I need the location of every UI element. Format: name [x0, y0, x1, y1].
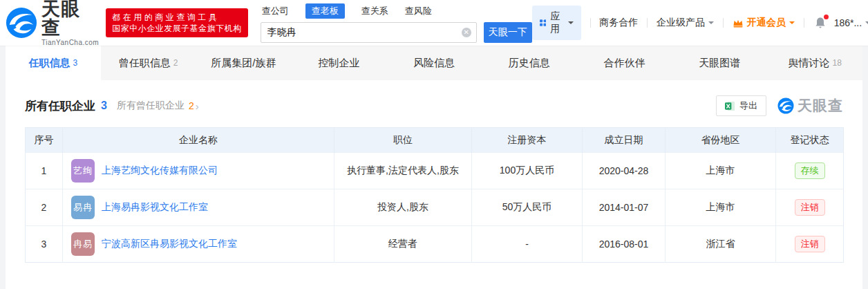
tab-risk-info[interactable]: 风险信息	[386, 46, 482, 80]
col-region: 省份地区	[666, 128, 776, 153]
row-seq: 3	[26, 226, 63, 263]
company-link[interactable]: 上海易冉影视文化工作室	[102, 201, 208, 214]
row-seq: 1	[26, 153, 63, 189]
logo-title: 天眼查	[41, 0, 99, 37]
header-nav: 应用 商务合作 企业级产品 开通会员 186*...	[532, 6, 868, 40]
search-tab-boss[interactable]: 查老板	[305, 3, 345, 19]
clear-input-icon[interactable]: ✕	[462, 28, 471, 37]
apps-menu[interactable]: 应用	[532, 6, 581, 40]
logo-subtitle: TianYanCha.com	[41, 39, 99, 46]
search-input[interactable]	[261, 22, 477, 43]
export-button[interactable]: 导出	[716, 95, 766, 116]
status-badge: 存续	[795, 162, 825, 179]
row-date: 2020-04-28	[583, 153, 666, 189]
row-position: 执行董事,法定代表人,股东	[334, 153, 472, 189]
row-position: 经营者	[334, 226, 472, 263]
promo-line2: 国家中小企业发展子基金旗下机构	[112, 23, 242, 34]
nav-enterprise[interactable]: 企业级产品	[657, 17, 714, 29]
excel-icon	[725, 101, 735, 111]
row-region: 上海市	[666, 189, 776, 226]
section-head: 所有任职企业 3 所有曾任职企业 2 › 导出	[25, 95, 843, 116]
row-region: 上海市	[666, 153, 776, 189]
top-header: 天眼查 TianYanCha.com 都在用的商业查询工具 国家中小企业发展子基…	[0, 0, 868, 46]
tab-positions[interactable]: 任职信息3	[6, 46, 101, 80]
nav-cooperation[interactable]: 商务合作	[599, 17, 638, 29]
company-logo: 冉易	[71, 232, 95, 256]
crown-icon	[733, 18, 744, 28]
tianyancha-watermark-icon	[777, 97, 794, 114]
col-date: 成立日期	[583, 128, 666, 153]
row-region: 浙江省	[666, 226, 776, 263]
tab-graph[interactable]: 天眼图谱	[672, 46, 767, 80]
col-status: 登记状态	[776, 128, 844, 153]
promo-badge: 都在用的商业查询工具 国家中小企业发展子基金旗下机构	[106, 8, 248, 37]
tab-group[interactable]: 所属集团/族群	[196, 46, 292, 80]
row-position: 投资人,股东	[334, 189, 472, 226]
tab-former-positions[interactable]: 曾任职信息2	[101, 46, 196, 80]
tianyancha-watermark: 天眼查	[777, 96, 843, 115]
profile-card: 任职信息3 曾任职信息2 所属集团/族群 控制企业 风险信息 历史信息 合作伙伴…	[6, 46, 862, 289]
search-tab-relation[interactable]: 查关系	[361, 3, 388, 19]
tab-controlled-companies[interactable]: 控制企业	[291, 46, 386, 80]
row-capital: 100万人民币	[472, 153, 583, 189]
notification-bell-icon[interactable]	[813, 16, 827, 30]
apps-label: 应用	[550, 10, 563, 35]
promo-line1: 都在用的商业查询工具	[112, 12, 242, 23]
table-row: 3 冉易 宁波高新区冉易影视文化工作室 经营者 - 2016-08-01 浙江省…	[26, 226, 844, 263]
row-date: 2014-01-07	[583, 189, 666, 226]
account-phone[interactable]: 186*...	[834, 17, 868, 28]
row-date: 2016-08-01	[583, 226, 666, 263]
table-header-row: 序号 企业名称 职位 注册资本 成立日期 省份地区 登记状态	[26, 128, 844, 153]
company-logo: 艺绚	[71, 159, 95, 183]
section-tabbar: 任职信息3 曾任职信息2 所属集团/族群 控制企业 风险信息 历史信息 合作伙伴…	[6, 46, 862, 80]
tianyancha-logo[interactable]: 天眼查 TianYanCha.com	[6, 0, 99, 46]
table-row: 1 艺绚 上海艺绚文化传媒有限公司 执行董事,法定代表人,股东 100万人民币 …	[26, 153, 844, 189]
chevron-down-icon	[708, 21, 714, 27]
table-row: 2 易冉 上海易冉影视文化工作室 投资人,股东 50万人民币 2014-01-0…	[26, 189, 844, 226]
apps-grid-icon	[540, 18, 547, 28]
search-tab-company[interactable]: 查公司	[262, 3, 289, 19]
tab-public-opinion[interactable]: 舆情讨论18	[767, 46, 862, 80]
nav-vip[interactable]: 开通会员	[733, 17, 795, 29]
search-tabs: 查公司 查老板 查关系 查风险	[261, 3, 532, 19]
positions-table: 序号 企业名称 职位 注册资本 成立日期 省份地区 登记状态 1	[25, 127, 844, 263]
chevron-right-icon: ›	[196, 100, 199, 112]
section-title: 所有任职企业	[25, 98, 95, 114]
col-company: 企业名称	[63, 128, 334, 153]
company-logo: 易冉	[71, 196, 95, 219]
tab-history-info[interactable]: 历史信息	[482, 46, 577, 80]
status-badge: 注销	[795, 236, 825, 252]
search-button[interactable]: 天眼一下	[484, 22, 532, 43]
company-link[interactable]: 上海艺绚文化传媒有限公司	[102, 165, 218, 177]
company-link[interactable]: 宁波高新区冉易影视文化工作室	[102, 238, 237, 250]
section-count: 3	[101, 100, 107, 112]
col-capital: 注册资本	[472, 128, 583, 153]
chevron-down-icon	[568, 21, 574, 27]
chevron-down-icon	[789, 21, 795, 27]
notification-dot	[824, 15, 829, 19]
status-badge: 注销	[795, 199, 825, 216]
row-capital: 50万人民币	[472, 189, 583, 226]
col-position: 职位	[334, 128, 472, 153]
row-capital: -	[472, 226, 583, 263]
search-block: 查公司 查老板 查关系 查风险 ✕ 天眼一下	[261, 3, 532, 43]
row-seq: 2	[26, 189, 63, 226]
col-seq: 序号	[26, 128, 63, 153]
tianyancha-logo-icon	[6, 7, 37, 39]
tab-partners[interactable]: 合作伙伴	[577, 46, 672, 80]
search-tab-risk[interactable]: 查风险	[405, 3, 432, 19]
former-companies-link[interactable]: 所有曾任职企业 2 ›	[117, 100, 199, 112]
chevron-down-icon	[865, 21, 868, 27]
